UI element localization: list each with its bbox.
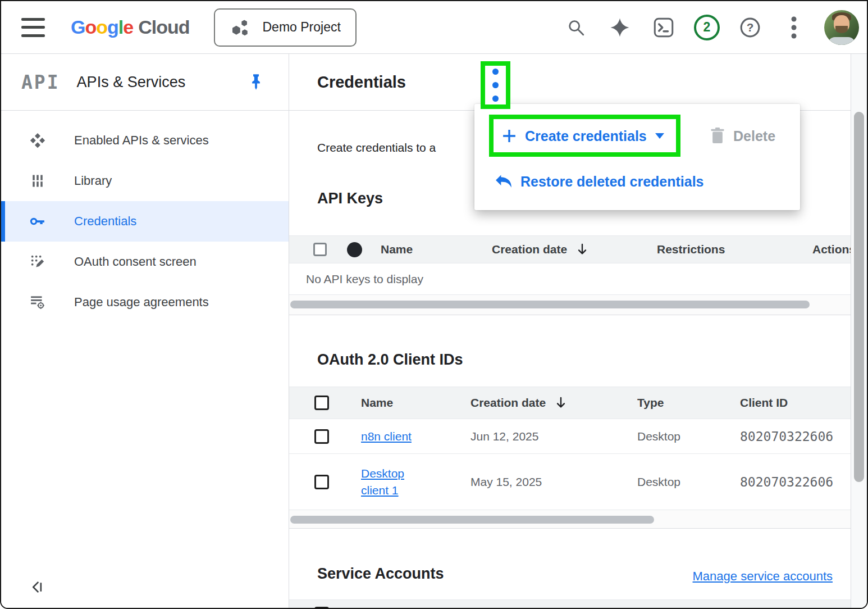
sidebar-item-label: Credentials: [74, 214, 136, 229]
sort-descending-icon: [576, 243, 588, 256]
select-all-checkbox[interactable]: [314, 396, 329, 410]
sidebar-item-label: Page usage agreements: [74, 295, 209, 310]
user-avatar[interactable]: [824, 10, 859, 45]
client-id-cell: 802070322606: [740, 475, 851, 489]
service-accounts-header: Service Accounts Manage service accounts: [317, 563, 833, 584]
project-name: Demo Project: [262, 20, 340, 35]
oauth-header-row: Name Creation date Type Client ID: [289, 387, 851, 419]
service-accounts-heading: Service Accounts: [317, 563, 444, 584]
svg-text:?: ?: [747, 21, 754, 34]
client-name-link[interactable]: Desktop client 1: [361, 465, 421, 499]
sidebar-item-label: OAuth consent screen: [74, 254, 197, 269]
table-row: Desktop client 1 May 15, 2025 Desktop 80…: [289, 453, 851, 510]
api-logo: API: [21, 71, 60, 93]
creation-date-cell: Jun 12, 2025: [470, 430, 637, 443]
key-icon: [29, 213, 46, 230]
trash-icon: [710, 128, 725, 144]
oauth-clients-table: Name Creation date Type Client ID n8n cl…: [289, 387, 851, 529]
sidebar-item-enabled-apis[interactable]: Enabled APIs & services: [1, 120, 289, 161]
sidebar: API APIs & Services Enabled APIs & servi…: [1, 54, 289, 608]
enabled-apis-icon: [29, 132, 46, 149]
column-header-client-id: Client ID: [740, 396, 851, 410]
more-options-icon[interactable]: [780, 14, 807, 41]
three-dots-menu-highlight[interactable]: [481, 61, 510, 109]
gemini-sparkle-icon[interactable]: [606, 14, 633, 41]
column-header-creation-date[interactable]: Creation date: [470, 396, 637, 410]
logo-suffix: Cloud: [138, 16, 189, 38]
cloud-shell-icon[interactable]: [650, 14, 677, 41]
key-status-circle-icon: [347, 242, 362, 257]
sidebar-item-credentials[interactable]: Credentials: [1, 201, 289, 242]
sidebar-header: API APIs & Services: [1, 54, 289, 111]
project-selector-button[interactable]: Demo Project: [214, 8, 356, 47]
logo-letter: G: [71, 16, 85, 38]
row-checkbox[interactable]: [314, 475, 329, 489]
api-keys-empty-message: No API keys to display: [289, 263, 851, 294]
oauth-consent-icon: [29, 253, 46, 270]
creation-date-cell: May 15, 2025: [470, 475, 637, 489]
type-cell: Desktop: [637, 475, 740, 489]
page-title: Credentials: [317, 73, 406, 92]
notification-count: 2: [703, 20, 711, 35]
sidebar-item-oauth-consent[interactable]: OAuth consent screen: [1, 242, 289, 282]
manage-service-accounts-link[interactable]: Manage service accounts: [693, 569, 833, 584]
column-header-creation-date[interactable]: Creation date: [492, 243, 657, 256]
client-id-cell: 802070322606: [740, 429, 851, 444]
sidebar-title: APIs & Services: [77, 74, 186, 91]
create-credentials-menu-item[interactable]: Create credentials: [501, 128, 665, 144]
sidebar-item-page-usage[interactable]: Page usage agreements: [1, 282, 289, 322]
dropdown-caret-icon: [654, 132, 665, 140]
api-keys-hscrollbar-thumb[interactable]: [290, 301, 810, 308]
sidebar-item-label: Library: [74, 174, 112, 188]
notifications-badge[interactable]: 2: [694, 15, 720, 40]
oauth-hscrollbar: [289, 510, 851, 529]
vertical-scrollbar-track: [851, 54, 867, 608]
project-hexagons-icon: [230, 17, 251, 38]
hamburger-menu-icon[interactable]: [21, 18, 45, 37]
search-icon[interactable]: [563, 14, 590, 41]
sidebar-item-label: Enabled APIs & services: [74, 133, 209, 148]
logo-letter: g: [107, 16, 118, 38]
logo-letter: o: [85, 16, 96, 38]
select-all-checkbox[interactable]: [314, 607, 329, 608]
sort-descending-icon: [555, 396, 567, 410]
client-name-link[interactable]: n8n client: [361, 430, 412, 443]
api-keys-table: Name Creation date Restrictions Actions …: [289, 235, 851, 315]
pin-icon[interactable]: [248, 74, 264, 90]
gcp-console-window: GoogleCloud Demo Project: [0, 0, 868, 609]
column-header-type: Type: [637, 396, 740, 410]
top-bar: GoogleCloud Demo Project: [1, 1, 867, 54]
service-accounts-table-header: [289, 599, 851, 608]
vertical-scrollbar-thumb[interactable]: [854, 112, 864, 482]
sidebar-item-library[interactable]: Library: [1, 161, 289, 201]
library-icon: [29, 172, 46, 189]
plus-icon: [501, 128, 518, 144]
column-header-restrictions: Restrictions: [657, 243, 812, 256]
api-keys-header-row: Name Creation date Restrictions Actions: [289, 235, 851, 263]
oauth-hscrollbar-thumb[interactable]: [290, 516, 654, 524]
delete-menu-item: Delete: [710, 128, 775, 144]
table-row: n8n client Jun 12, 2025 Desktop 80207032…: [289, 419, 851, 453]
main-header: Credentials: [289, 54, 851, 111]
google-cloud-logo: GoogleCloud: [71, 16, 189, 38]
collapse-sidebar-icon[interactable]: [30, 580, 45, 594]
column-header-actions: Actions: [812, 243, 851, 256]
logo-letter: l: [118, 16, 123, 38]
page-usage-icon: [29, 294, 46, 311]
logo-letter: e: [123, 16, 133, 38]
api-keys-hscrollbar: [289, 294, 851, 315]
help-icon[interactable]: ?: [737, 14, 764, 41]
topbar-actions: 2 ?: [563, 10, 859, 45]
column-header-name: Name: [361, 396, 470, 410]
logo-letter: o: [96, 16, 107, 38]
sidebar-nav: Enabled APIs & services Library Credenti…: [1, 111, 289, 322]
select-all-checkbox[interactable]: [313, 243, 327, 256]
undo-icon: [494, 173, 513, 190]
oauth-heading: OAuth 2.0 Client IDs: [317, 349, 851, 370]
vertical-three-dots-icon: [492, 69, 499, 102]
column-header-name: Name: [381, 243, 492, 256]
credentials-context-menu: Create credentials Delete Restore delete…: [474, 104, 800, 210]
restore-credentials-menu-item[interactable]: Restore deleted credentials: [494, 166, 704, 197]
type-cell: Desktop: [637, 430, 740, 443]
row-checkbox[interactable]: [314, 429, 329, 444]
